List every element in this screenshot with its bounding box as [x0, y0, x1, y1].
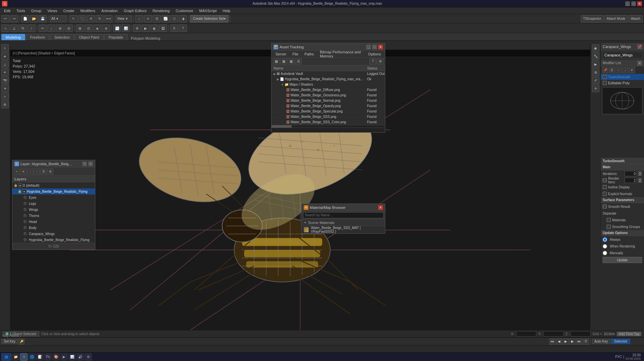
- create-panel-button[interactable]: +: [1, 44, 9, 52]
- at-menu-file[interactable]: File: [290, 51, 301, 57]
- rendered-frame-window-button[interactable]: 🖼: [159, 25, 167, 32]
- select-tool-button[interactable]: ↖: [69, 15, 78, 22]
- new-layer-button[interactable]: +: [14, 169, 20, 175]
- at-menu-server[interactable]: Server: [273, 51, 289, 57]
- tab-freeform[interactable]: Freeform: [26, 34, 50, 40]
- close-button[interactable]: ✕: [637, 1, 642, 6]
- at-row-normal[interactable]: 🖼 Water_Beetle_Beige_Normal.png Found: [271, 98, 385, 103]
- taskbar-app3[interactable]: 📊: [68, 353, 76, 361]
- tab-populate[interactable]: Populate: [104, 34, 127, 40]
- attach-button[interactable]: Attach: [629, 15, 643, 22]
- tab-selection[interactable]: Selection: [50, 34, 74, 40]
- minimize-button[interactable]: _: [625, 1, 630, 6]
- track-view-button[interactable]: 📈: [161, 15, 169, 22]
- open-file-button[interactable]: 📂: [30, 15, 38, 22]
- redo-button[interactable]: ↪: [10, 15, 18, 22]
- tab-modeling[interactable]: Modeling: [1, 34, 25, 40]
- at-grid-small-button[interactable]: ▦: [273, 58, 280, 64]
- layer-item-hygrobia2[interactable]: ⚫ Hygrobia_Beetle_Beige_Realistic_Flying: [12, 237, 95, 243]
- at-grid-large-button[interactable]: ▦: [288, 58, 294, 64]
- align-cam-to-view-button[interactable]: ⊛: [102, 25, 110, 32]
- create-selection-button[interactable]: Create Selection Set▾: [190, 15, 229, 22]
- layer-settings-button[interactable]: ⚙: [47, 169, 53, 175]
- start-button[interactable]: ⊞: [1, 353, 11, 361]
- material-editor-button[interactable]: ◑: [179, 15, 187, 22]
- xview-button[interactable]: X: [170, 25, 178, 32]
- layer-item-default[interactable]: 🔒 ● 0 (default): [12, 182, 95, 188]
- asset-tracking-close[interactable]: ✕: [378, 45, 383, 49]
- percent-snap-button[interactable]: %: [19, 25, 27, 32]
- normal-align-button[interactable]: ⊡: [85, 25, 93, 32]
- menu-animation[interactable]: Animation: [99, 8, 120, 13]
- layer-item-head[interactable]: ⚫ Head: [12, 219, 95, 225]
- render-frame-button[interactable]: ▶: [142, 25, 150, 32]
- asset-tracking-maximize[interactable]: □: [372, 45, 377, 49]
- menu-graph-editors[interactable]: Graph Editors: [121, 8, 149, 13]
- tab-object-paint[interactable]: Object Paint: [75, 34, 104, 40]
- taskbar-3dsmax[interactable]: 3: [20, 353, 28, 361]
- at-menu-options[interactable]: Options: [365, 51, 384, 57]
- layer-vis-hygrobia[interactable]: ●: [22, 189, 26, 193]
- layer-item-carapace[interactable]: ⚫ Carapace_Wings: [12, 231, 95, 237]
- layers-close-button[interactable]: ✕: [88, 162, 93, 166]
- rotate-button[interactable]: ↻: [96, 15, 104, 22]
- maximize-button[interactable]: □: [631, 1, 636, 6]
- spacewarps-panel-button[interactable]: ≈: [1, 93, 9, 100]
- menu-tools[interactable]: Tools: [14, 8, 28, 13]
- undo-button[interactable]: ↩: [1, 15, 9, 22]
- at-menu-bitmap-perf[interactable]: Bitmap Performance and Memory: [317, 49, 365, 59]
- align2-button[interactable]: ⊟: [65, 25, 73, 32]
- menu-rendering[interactable]: Rendering: [150, 8, 172, 13]
- create-panel2-button[interactable]: ✛: [592, 85, 599, 92]
- taskbar-app5[interactable]: ⚙: [85, 353, 92, 361]
- menu-customize[interactable]: Customize: [173, 8, 196, 13]
- delete-layer-button[interactable]: ✕: [20, 169, 27, 175]
- at-list-button[interactable]: ☰: [295, 58, 302, 64]
- render-setup-button[interactable]: ⚙: [133, 25, 141, 32]
- material-browser-close[interactable]: ✕: [378, 205, 383, 210]
- save-file-button[interactable]: 💾: [39, 15, 47, 22]
- material-item-water-beetle-sss[interactable]: Water_Beetle_Beige_SSS_MAT ( VRayFastSSS…: [302, 226, 385, 233]
- schematic-button[interactable]: ⬡: [170, 15, 178, 22]
- edit-named-sel-button[interactable]: ✏: [39, 25, 47, 32]
- align-button[interactable]: ≡: [144, 15, 152, 22]
- lights-panel-button[interactable]: ☀: [1, 69, 9, 76]
- place-highlight-button[interactable]: ◈: [93, 25, 101, 32]
- layer-item-body[interactable]: ⚫ Body: [12, 225, 95, 231]
- layer-vis-checkbox[interactable]: ●: [18, 183, 22, 187]
- display-panel-button[interactable]: ◉: [592, 44, 599, 52]
- scale-button[interactable]: ⟺: [104, 15, 112, 22]
- angle-snap-button[interactable]: ∠: [10, 25, 18, 32]
- menu-views[interactable]: Views: [45, 8, 60, 13]
- curve-editor-button[interactable]: 📉: [113, 25, 121, 32]
- view-dropdown[interactable]: View▾: [115, 15, 132, 22]
- menu-help[interactable]: Help: [220, 8, 233, 13]
- taskbar-explorer[interactable]: 📁: [12, 353, 19, 361]
- geometry-panel-button[interactable]: ●: [1, 52, 9, 60]
- helpers-panel-button[interactable]: ✦: [1, 85, 9, 92]
- layers-help-button[interactable]: ?: [82, 162, 87, 166]
- taskbar-notepad[interactable]: 📝: [36, 353, 44, 361]
- dope-sheet-button[interactable]: 📊: [122, 25, 130, 32]
- at-settings-button[interactable]: ⚙: [377, 58, 384, 64]
- menu-group[interactable]: Group: [29, 8, 44, 13]
- highlight-layer-button[interactable]: ☰: [41, 169, 47, 175]
- layer-item-eyes[interactable]: ⚫ Eyes: [12, 194, 95, 200]
- at-row-specular[interactable]: 🖼 Water_Beetle_Beige_Specular.png Found: [271, 109, 385, 114]
- all-dropdown[interactable]: All▾: [50, 15, 66, 22]
- menu-modifiers[interactable]: Modifiers: [78, 8, 98, 13]
- at-row-file[interactable]: ▶📄 Hygrobia_Beetle_Beige_Realistic_Flyin…: [271, 77, 385, 82]
- add-selection-button[interactable]: ↓: [27, 169, 33, 175]
- active-shade-button[interactable]: ◐: [150, 25, 158, 32]
- at-row-vault[interactable]: ▶🏛 Autodesk Vault Logged Out ...: [271, 71, 385, 77]
- cameras-panel-button[interactable]: 📷: [1, 77, 9, 84]
- shapes-panel-button[interactable]: △: [1, 60, 9, 68]
- asset-tracking-scrollbar[interactable]: [271, 125, 385, 128]
- taskbar-app4[interactable]: 🔊: [77, 353, 84, 361]
- modifier-pin-button[interactable]: 📌: [637, 44, 642, 49]
- at-row-sss[interactable]: 🖼 Water_Beetle_Beige_SSS.png Found: [271, 114, 385, 120]
- material-search-input[interactable]: [303, 212, 384, 218]
- help-button[interactable]: ?: [179, 25, 187, 32]
- select-objects-button[interactable]: ↑: [34, 169, 40, 175]
- quick-align-button[interactable]: ⊠: [76, 25, 84, 32]
